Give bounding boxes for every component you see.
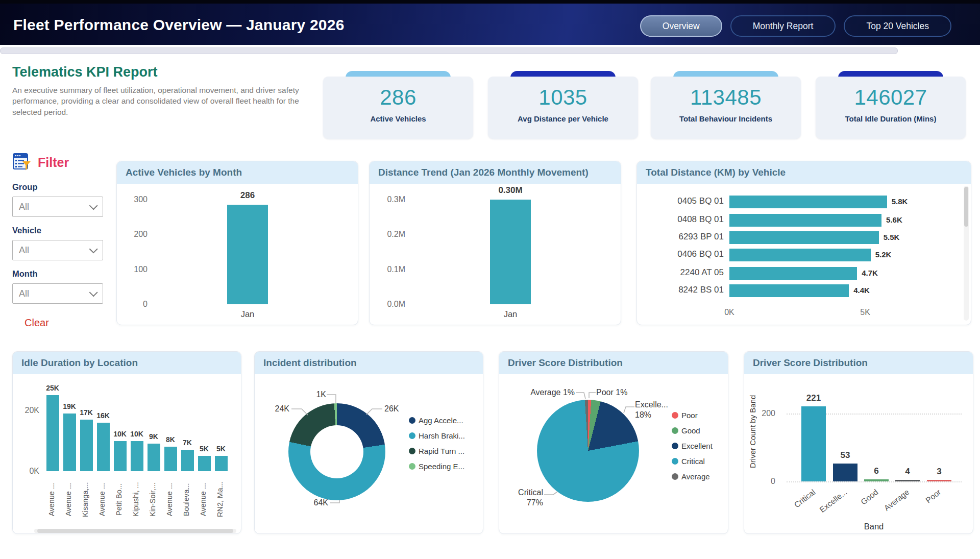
x-axis-label: Avenue ... bbox=[47, 475, 56, 524]
legend-item[interactable]: Average bbox=[672, 472, 713, 481]
bar-jan[interactable] bbox=[227, 205, 268, 304]
y-axis-label: 8242 BS 01 bbox=[641, 285, 724, 295]
bar-value-label: 221 bbox=[793, 393, 834, 403]
bar-jan[interactable] bbox=[490, 200, 531, 304]
pie-chart[interactable] bbox=[537, 400, 639, 502]
kpi-label: Active Vehicles bbox=[323, 114, 473, 123]
dashboard-page: Fleet Performance Overview — January 202… bbox=[0, 0, 980, 559]
chart-card-active-vehicles-by-month: Active Vehicles by Month 3002001000286Ja… bbox=[116, 161, 358, 325]
kpi-label: Total Idle Duration (Mins) bbox=[816, 114, 966, 123]
page-horizontal-scrollbar-thumb[interactable] bbox=[0, 47, 898, 54]
chart-card-distance-trend: Distance Trend (Jan 2026 Monthly Movemen… bbox=[369, 161, 621, 325]
legend-item[interactable]: Excellent bbox=[672, 442, 713, 450]
bar-0406-bq-01[interactable] bbox=[729, 249, 871, 261]
y-axis-tick: 0 bbox=[747, 477, 775, 486]
filter-dropdown-month[interactable]: All bbox=[12, 283, 103, 304]
x-axis-label: Avenue ... bbox=[98, 475, 106, 524]
x-axis-title: Band bbox=[833, 522, 915, 531]
legend-item[interactable]: Speeding E... bbox=[409, 462, 465, 471]
bar-petit-bo-[interactable] bbox=[114, 441, 127, 472]
legend-item[interactable]: Harsh Braki... bbox=[409, 431, 465, 440]
kpi-label: Avg Distance per Vehicle bbox=[488, 114, 638, 123]
filter-header: Filter bbox=[12, 151, 107, 174]
bar-0405-bq-01[interactable] bbox=[729, 196, 887, 208]
chart-title: Driver Score Distribution bbox=[744, 352, 973, 374]
chart-card-idle-duration-by-location: Idle Duration by Location 20K0K25KAvenue… bbox=[12, 351, 241, 534]
chart-card-driver-score-distribution-pie: Driver Score Distribution Average 1%Poor… bbox=[499, 351, 728, 534]
nav-tab-overview[interactable]: Overview bbox=[640, 15, 722, 37]
chart-title: Incident distribution bbox=[255, 352, 483, 374]
bar-excelle-[interactable] bbox=[833, 464, 857, 481]
report-description: An executive summary of fleet utilizatio… bbox=[12, 85, 311, 117]
bar-kipushi-[interactable] bbox=[131, 441, 143, 472]
legend-dot bbox=[409, 417, 415, 424]
y-axis-label: 0406 BQ 01 bbox=[641, 249, 724, 259]
kpi-label: Total Behaviour Incidents bbox=[651, 114, 801, 123]
chart-title: Total Distance (KM) by Vehicle bbox=[637, 161, 971, 184]
bar-8242-bs-01[interactable] bbox=[729, 284, 849, 297]
x-axis-label: Avenue ... bbox=[165, 475, 174, 524]
clear-filters-button[interactable]: Clear bbox=[24, 317, 49, 329]
y-axis-tick: 100 bbox=[119, 265, 148, 274]
y-axis-tick: 200 bbox=[119, 230, 148, 239]
bar-2240-at-05[interactable] bbox=[729, 267, 857, 280]
legend-item[interactable]: Agg Accele... bbox=[409, 416, 465, 425]
page-title: Fleet Performance Overview — January 202… bbox=[13, 16, 345, 34]
chart-horizontal-scrollbar[interactable] bbox=[34, 529, 236, 533]
kpi-value: 146027 bbox=[816, 85, 966, 110]
bar-good[interactable] bbox=[864, 479, 889, 481]
nav-tab-top-20-vehicles[interactable]: Top 20 Vehicles bbox=[844, 15, 951, 37]
vertical-scrollbar-thumb[interactable] bbox=[964, 187, 968, 227]
legend-item[interactable]: Good bbox=[672, 426, 713, 435]
legend-label: Rapid Turn ... bbox=[419, 447, 464, 455]
filter-icon bbox=[12, 151, 33, 174]
legend-label: Critical bbox=[681, 457, 705, 466]
bar-0408-bq-01[interactable] bbox=[729, 214, 881, 227]
pie-callout-label: 26K bbox=[384, 404, 415, 414]
legend-item[interactable]: Rapid Turn ... bbox=[409, 447, 465, 455]
kpi-card-body: 146027Total Idle Duration (Mins) bbox=[816, 77, 966, 139]
legend-label: Agg Accele... bbox=[419, 416, 463, 425]
vertical-scrollbar[interactable] bbox=[964, 186, 969, 321]
kpi-card-body: 286Active Vehicles bbox=[323, 77, 473, 139]
nav-tab-monthly-report[interactable]: Monthly Report bbox=[730, 15, 836, 37]
bar-average[interactable] bbox=[895, 480, 920, 481]
bar-value-label: 5.5K bbox=[884, 233, 900, 241]
filter-dropdown-vehicle[interactable]: All bbox=[12, 240, 103, 260]
bar-value-label: 5K bbox=[201, 445, 241, 453]
legend-item[interactable]: Critical bbox=[672, 457, 713, 466]
gridline bbox=[787, 481, 962, 482]
bar-critical[interactable] bbox=[801, 406, 826, 481]
chart-body: 0405 BQ 015.8K0408 BQ 015.6K6293 BP 015.… bbox=[637, 184, 971, 325]
page-horizontal-scrollbar[interactable] bbox=[0, 47, 980, 54]
bar-avenue-[interactable] bbox=[198, 456, 211, 471]
donut-hole bbox=[310, 425, 363, 478]
bar-value-label: 53 bbox=[825, 450, 866, 460]
bar-rn2-ma-[interactable] bbox=[215, 456, 228, 471]
chart-title: Distance Trend (Jan 2026 Monthly Movemen… bbox=[370, 161, 621, 184]
legend-dot bbox=[672, 412, 678, 419]
legend-item[interactable]: Poor bbox=[672, 411, 713, 420]
x-axis-label: Avenue ... bbox=[64, 475, 72, 524]
kpi-card: 113485Total Behaviour Incidents bbox=[651, 77, 801, 139]
chart-legend: PoorGoodExcellentCriticalAverage bbox=[672, 411, 713, 488]
x-axis-label: Bouleva... bbox=[182, 475, 190, 524]
bar-value-label: 16K bbox=[83, 411, 124, 420]
chart-horizontal-scrollbar-thumb[interactable] bbox=[37, 529, 233, 533]
bar-6293-bp-01[interactable] bbox=[729, 231, 879, 244]
bar-kin-soir-[interactable] bbox=[148, 444, 160, 471]
bar-avenue-[interactable] bbox=[63, 414, 76, 471]
filter-dropdown-group[interactable]: All bbox=[12, 197, 103, 217]
bar-poor[interactable] bbox=[927, 480, 951, 481]
chart-body: 20K0K25KAvenue ...19KAvenue ...17KKisang… bbox=[13, 374, 241, 533]
chevron-down-icon bbox=[89, 245, 98, 253]
bar-bouleva-[interactable] bbox=[181, 450, 194, 471]
bar-kisanga-[interactable] bbox=[80, 420, 93, 471]
legend-dot bbox=[672, 443, 678, 449]
bar-avenue-[interactable] bbox=[164, 447, 177, 471]
y-axis-label: 0408 BQ 01 bbox=[641, 214, 724, 225]
y-axis-label: 2240 AT 05 bbox=[641, 268, 724, 278]
chevron-down-icon bbox=[89, 288, 98, 297]
kpi-value: 286 bbox=[323, 85, 473, 110]
chart-body: Average 1%Poor 1%Excelle...18%Critical77… bbox=[499, 374, 728, 533]
